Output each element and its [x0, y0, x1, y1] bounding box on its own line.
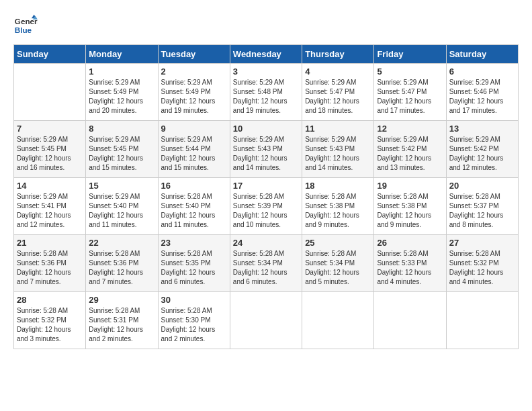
weekday-header-friday: Friday [374, 45, 446, 64]
svg-text:Blue: Blue [15, 26, 32, 34]
weekday-header-wednesday: Wednesday [230, 45, 302, 64]
day-number: 24 [233, 238, 299, 248]
day-number: 12 [377, 124, 443, 134]
calendar-cell: 2Sunrise: 5:29 AM Sunset: 5:49 PM Daylig… [158, 64, 230, 121]
day-info: Sunrise: 5:28 AM Sunset: 5:32 PM Dayligh… [449, 249, 515, 287]
day-info: Sunrise: 5:29 AM Sunset: 5:40 PM Dayligh… [89, 192, 154, 230]
day-number: 8 [89, 124, 154, 134]
calendar-cell: 21Sunrise: 5:28 AM Sunset: 5:36 PM Dayli… [14, 235, 86, 292]
day-number: 11 [305, 124, 371, 134]
day-number: 5 [377, 66, 443, 77]
day-info: Sunrise: 5:29 AM Sunset: 5:47 PM Dayligh… [377, 78, 443, 116]
calendar-table: SundayMondayTuesdayWednesdayThursdayFrid… [13, 44, 519, 349]
day-info: Sunrise: 5:29 AM Sunset: 5:45 PM Dayligh… [17, 135, 83, 173]
day-number: 19 [377, 181, 443, 191]
day-info: Sunrise: 5:29 AM Sunset: 5:42 PM Dayligh… [449, 135, 515, 173]
day-number: 7 [17, 124, 83, 134]
calendar-cell: 23Sunrise: 5:28 AM Sunset: 5:35 PM Dayli… [158, 235, 230, 292]
calendar-cell: 14Sunrise: 5:29 AM Sunset: 5:41 PM Dayli… [14, 178, 86, 235]
day-info: Sunrise: 5:29 AM Sunset: 5:49 PM Dayligh… [89, 78, 154, 116]
day-info: Sunrise: 5:28 AM Sunset: 5:38 PM Dayligh… [377, 192, 443, 230]
calendar-cell: 27Sunrise: 5:28 AM Sunset: 5:32 PM Dayli… [446, 235, 518, 292]
calendar-cell: 8Sunrise: 5:29 AM Sunset: 5:45 PM Daylig… [86, 121, 158, 178]
day-info: Sunrise: 5:28 AM Sunset: 5:36 PM Dayligh… [89, 249, 154, 287]
calendar-cell: 25Sunrise: 5:28 AM Sunset: 5:34 PM Dayli… [302, 235, 374, 292]
day-info: Sunrise: 5:29 AM Sunset: 5:47 PM Dayligh… [305, 78, 371, 116]
calendar-cell: 18Sunrise: 5:28 AM Sunset: 5:38 PM Dayli… [302, 178, 374, 235]
calendar-cell [302, 292, 374, 349]
calendar-cell: 19Sunrise: 5:28 AM Sunset: 5:38 PM Dayli… [374, 178, 446, 235]
calendar-cell: 26Sunrise: 5:28 AM Sunset: 5:33 PM Dayli… [374, 235, 446, 292]
calendar-cell: 16Sunrise: 5:28 AM Sunset: 5:40 PM Dayli… [158, 178, 230, 235]
calendar-cell: 11Sunrise: 5:29 AM Sunset: 5:43 PM Dayli… [302, 121, 374, 178]
day-info: Sunrise: 5:28 AM Sunset: 5:36 PM Dayligh… [17, 249, 83, 287]
logo-icon: General Blue [13, 13, 38, 38]
calendar-cell: 17Sunrise: 5:28 AM Sunset: 5:39 PM Dayli… [230, 178, 302, 235]
day-number: 28 [17, 295, 83, 305]
calendar-cell: 22Sunrise: 5:28 AM Sunset: 5:36 PM Dayli… [86, 235, 158, 292]
calendar-cell: 13Sunrise: 5:29 AM Sunset: 5:42 PM Dayli… [446, 121, 518, 178]
calendar-cell: 20Sunrise: 5:28 AM Sunset: 5:37 PM Dayli… [446, 178, 518, 235]
calendar-cell: 9Sunrise: 5:29 AM Sunset: 5:44 PM Daylig… [158, 121, 230, 178]
calendar-cell: 15Sunrise: 5:29 AM Sunset: 5:40 PM Dayli… [86, 178, 158, 235]
day-info: Sunrise: 5:29 AM Sunset: 5:43 PM Dayligh… [233, 135, 299, 173]
calendar-cell: 1Sunrise: 5:29 AM Sunset: 5:49 PM Daylig… [86, 64, 158, 121]
day-number: 30 [161, 295, 227, 305]
calendar-cell: 28Sunrise: 5:28 AM Sunset: 5:32 PM Dayli… [14, 292, 86, 349]
calendar-cell [374, 292, 446, 349]
day-info: Sunrise: 5:29 AM Sunset: 5:43 PM Dayligh… [305, 135, 371, 173]
day-number: 17 [233, 181, 299, 191]
day-number: 3 [233, 66, 299, 77]
day-number: 1 [89, 66, 154, 77]
day-number: 13 [449, 124, 515, 134]
day-number: 27 [449, 238, 515, 248]
day-info: Sunrise: 5:29 AM Sunset: 5:49 PM Dayligh… [161, 78, 227, 116]
day-info: Sunrise: 5:29 AM Sunset: 5:41 PM Dayligh… [17, 192, 83, 230]
day-number: 6 [449, 66, 515, 77]
weekday-header-tuesday: Tuesday [158, 45, 230, 64]
calendar-cell: 5Sunrise: 5:29 AM Sunset: 5:47 PM Daylig… [374, 64, 446, 121]
calendar-cell: 7Sunrise: 5:29 AM Sunset: 5:45 PM Daylig… [14, 121, 86, 178]
day-info: Sunrise: 5:28 AM Sunset: 5:34 PM Dayligh… [233, 249, 299, 287]
day-number: 21 [17, 238, 83, 248]
day-info: Sunrise: 5:28 AM Sunset: 5:34 PM Dayligh… [305, 249, 371, 287]
day-info: Sunrise: 5:28 AM Sunset: 5:38 PM Dayligh… [305, 192, 371, 230]
day-number: 25 [305, 238, 371, 248]
calendar-cell: 30Sunrise: 5:28 AM Sunset: 5:30 PM Dayli… [158, 292, 230, 349]
day-info: Sunrise: 5:29 AM Sunset: 5:42 PM Dayligh… [377, 135, 443, 173]
day-number: 16 [161, 181, 227, 191]
day-number: 20 [449, 181, 515, 191]
calendar-cell [446, 292, 518, 349]
calendar-cell [230, 292, 302, 349]
day-number: 10 [233, 124, 299, 134]
day-info: Sunrise: 5:29 AM Sunset: 5:46 PM Dayligh… [449, 78, 515, 116]
calendar-cell [14, 64, 86, 121]
day-info: Sunrise: 5:28 AM Sunset: 5:32 PM Dayligh… [17, 306, 83, 344]
day-number: 2 [161, 66, 227, 77]
logo: General Blue [13, 13, 38, 38]
weekday-header-monday: Monday [86, 45, 158, 64]
weekday-header-saturday: Saturday [446, 45, 518, 64]
calendar-cell: 29Sunrise: 5:28 AM Sunset: 5:31 PM Dayli… [86, 292, 158, 349]
day-info: Sunrise: 5:29 AM Sunset: 5:45 PM Dayligh… [89, 135, 154, 173]
calendar-cell: 3Sunrise: 5:29 AM Sunset: 5:48 PM Daylig… [230, 64, 302, 121]
day-info: Sunrise: 5:28 AM Sunset: 5:40 PM Dayligh… [161, 192, 227, 230]
calendar-cell: 4Sunrise: 5:29 AM Sunset: 5:47 PM Daylig… [302, 64, 374, 121]
day-info: Sunrise: 5:29 AM Sunset: 5:48 PM Dayligh… [233, 78, 299, 116]
day-info: Sunrise: 5:28 AM Sunset: 5:39 PM Dayligh… [233, 192, 299, 230]
day-number: 22 [89, 238, 154, 248]
day-number: 4 [305, 66, 371, 77]
calendar-cell: 12Sunrise: 5:29 AM Sunset: 5:42 PM Dayli… [374, 121, 446, 178]
day-info: Sunrise: 5:28 AM Sunset: 5:37 PM Dayligh… [449, 192, 515, 230]
day-number: 14 [17, 181, 83, 191]
day-info: Sunrise: 5:28 AM Sunset: 5:30 PM Dayligh… [161, 306, 227, 344]
day-number: 9 [161, 124, 227, 134]
calendar-cell: 6Sunrise: 5:29 AM Sunset: 5:46 PM Daylig… [446, 64, 518, 121]
day-number: 29 [89, 295, 154, 305]
day-info: Sunrise: 5:28 AM Sunset: 5:31 PM Dayligh… [89, 306, 154, 344]
day-info: Sunrise: 5:28 AM Sunset: 5:33 PM Dayligh… [377, 249, 443, 287]
day-number: 15 [89, 181, 154, 191]
day-number: 23 [161, 238, 227, 248]
day-info: Sunrise: 5:29 AM Sunset: 5:44 PM Dayligh… [161, 135, 227, 173]
weekday-header-thursday: Thursday [302, 45, 374, 64]
